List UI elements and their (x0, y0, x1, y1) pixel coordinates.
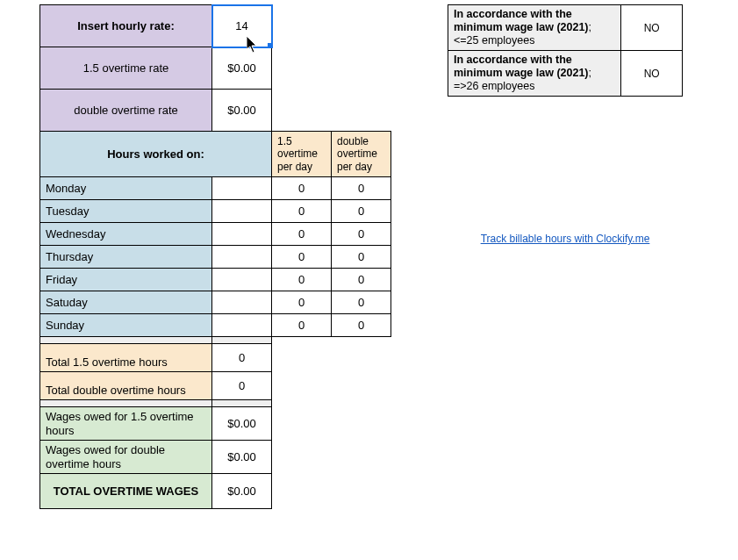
day-name: Friday (40, 269, 211, 291)
day-ot2: 0 (332, 202, 390, 220)
day-row[interactable]: Wednesday 0 0 (40, 223, 391, 246)
clockify-link-container: Track billable hours with Clockify.me (448, 233, 683, 245)
col-ot2-header: double overtime per day (332, 133, 390, 176)
day-row[interactable]: Monday 0 0 (40, 177, 391, 200)
day-row[interactable]: Satuday 0 0 (40, 291, 391, 314)
day-name: Satuday (40, 291, 211, 313)
compliance-table[interactable]: In accordance with the minimum wage law … (448, 4, 683, 97)
compliance-label: In accordance with the minimum wage law … (448, 5, 620, 50)
total-wages-value: $0.00 (212, 482, 271, 500)
day-row[interactable]: Friday 0 0 (40, 269, 391, 291)
day-ot2: 0 (332, 248, 390, 266)
tot2-label: Total double overtime hours (40, 372, 211, 399)
day-ot15: 0 (272, 316, 331, 334)
compliance-row[interactable]: In accordance with the minimum wage law … (448, 5, 683, 51)
overtime-table[interactable]: Insert hourly rate: 14 1.5 overtime rate… (39, 4, 391, 509)
day-ot15: 0 (272, 225, 331, 243)
day-ot2: 0 (332, 270, 390, 289)
compliance-row[interactable]: In accordance with the minimum wage law … (448, 51, 683, 97)
day-name: Wednesday (40, 223, 211, 245)
day-hours-cell[interactable] (212, 177, 272, 200)
day-ot15: 0 (272, 202, 331, 220)
ot2-rate-label: double overtime rate (40, 90, 211, 131)
ot15-rate-value: $0.00 (212, 59, 271, 77)
day-name: Tuesday (40, 200, 211, 222)
w2-value: $0.00 (212, 448, 271, 466)
hours-worked-header: Hours worked on: (40, 132, 271, 176)
w15-value: $0.00 (212, 414, 271, 433)
day-hours-cell[interactable] (212, 246, 272, 269)
hourly-rate-cell[interactable]: 14 (212, 5, 272, 47)
day-hours-cell[interactable] (212, 200, 272, 223)
day-ot2: 0 (332, 179, 390, 197)
w15-label: Wages owed for 1.5 overtime hours (40, 407, 211, 440)
col-ot15-header: 1.5 overtime per day (272, 133, 331, 176)
day-ot2: 0 (332, 293, 390, 312)
day-ot2: 0 (332, 316, 390, 334)
day-hours-cell[interactable] (212, 223, 272, 246)
day-ot15: 0 (272, 270, 331, 289)
ot2-rate-value: $0.00 (212, 101, 271, 119)
compliance-label: In accordance with the minimum wage law … (448, 51, 620, 96)
day-ot15: 0 (272, 248, 331, 266)
day-hours-cell[interactable] (212, 314, 272, 337)
hourly-rate-label: Insert hourly rate: (40, 5, 211, 47)
day-name: Monday (40, 177, 211, 199)
day-hours-cell[interactable] (212, 269, 272, 291)
compliance-answer: NO (621, 65, 682, 83)
compliance-answer: NO (621, 19, 682, 37)
day-ot2: 0 (332, 225, 390, 243)
spreadsheet-main[interactable]: Insert hourly rate: 14 1.5 overtime rate… (39, 4, 391, 509)
day-row[interactable]: Tuesday 0 0 (40, 200, 391, 223)
day-hours-cell[interactable] (212, 291, 272, 314)
day-ot15: 0 (272, 179, 331, 197)
day-ot15: 0 (272, 293, 331, 312)
day-name: Sunday (40, 314, 211, 336)
tot15-label: Total 1.5 overtime hours (40, 344, 211, 371)
tot2-value: 0 (212, 377, 271, 395)
clockify-link[interactable]: Track billable hours with Clockify.me (481, 233, 650, 245)
ot15-rate-label: 1.5 overtime rate (40, 47, 211, 89)
total-wages-label: TOTAL OVERTIME WAGES (40, 474, 211, 508)
w2-label: Wages owed for double overtime hours (40, 441, 211, 473)
day-row[interactable]: Thursday 0 0 (40, 246, 391, 269)
hourly-rate-value: 14 (212, 17, 271, 35)
tot15-value: 0 (212, 348, 271, 367)
day-row[interactable]: Sunday 0 0 (40, 314, 391, 337)
day-name: Thursday (40, 246, 211, 268)
